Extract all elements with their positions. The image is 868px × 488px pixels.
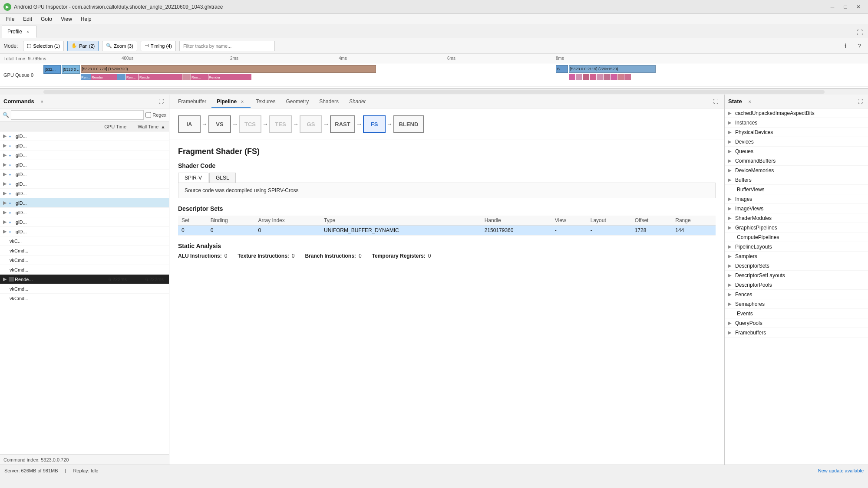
tabstrip-expand-button[interactable]: ⛶ bbox=[853, 27, 866, 38]
mode-timing-button[interactable]: ⊣ Timing (4) bbox=[141, 41, 176, 51]
track-content[interactable]: [532... [5323 0 ... [5323 0 0 770] (1520… bbox=[43, 63, 868, 86]
minimize-button[interactable]: ─ bbox=[826, 3, 838, 11]
tab-geometry[interactable]: Geometry bbox=[281, 96, 314, 108]
state-subitem-computepipelines[interactable]: ComputePipelines bbox=[725, 233, 868, 242]
state-item-13[interactable]: ▶ Samplers bbox=[725, 252, 868, 261]
descriptor-row-0[interactable]: 0 0 0 UNIFORM_BUFFER_DYNAMIC 2150179360 … bbox=[178, 226, 716, 236]
commands-list[interactable]: ▶ ⬧ glD... ▶ ⬧ glD... ▶ ⬧ glD... bbox=[0, 131, 169, 454]
cmd-row-6[interactable]: ▶ ⬧ glD... bbox=[0, 189, 169, 198]
tab-shader[interactable]: Shader bbox=[344, 96, 371, 108]
menu-goto[interactable]: Goto bbox=[36, 15, 56, 23]
state-item-5[interactable]: ▶ CommandBuffers bbox=[725, 156, 868, 166]
cmd-row-7[interactable]: ▶ ⬧ glD... bbox=[0, 198, 169, 208]
state-item-3[interactable]: ▶ Devices bbox=[725, 137, 868, 147]
state-item-15[interactable]: ▶ DescriptorSetLayouts bbox=[725, 271, 868, 280]
track-segment-3b[interactable]: B... bbox=[556, 65, 568, 73]
track-segment-1[interactable]: [5323 0 ... bbox=[62, 65, 80, 74]
cmd-row-vkc3[interactable]: vkCmd... bbox=[0, 265, 169, 275]
regex-checkbox[interactable] bbox=[145, 110, 151, 120]
state-item-7[interactable]: ▶ Buffers bbox=[725, 175, 868, 185]
menu-view[interactable]: View bbox=[56, 15, 76, 23]
cmd-row-0[interactable]: ▶ ⬧ glD... bbox=[0, 131, 169, 141]
tab-shaders[interactable]: Shaders bbox=[314, 96, 344, 108]
menu-edit[interactable]: Edit bbox=[19, 15, 36, 23]
sub-seg-1[interactable]: Render bbox=[91, 74, 117, 80]
cmd-row-5[interactable]: ▶ ⬧ glD... bbox=[0, 179, 169, 189]
info-button[interactable]: ℹ bbox=[840, 41, 851, 51]
tab-pipeline[interactable]: Pipeline × bbox=[211, 96, 251, 108]
cmd-row-9[interactable]: ▶ ⬧ glD... bbox=[0, 217, 169, 227]
sub-seg-0[interactable]: Ren... bbox=[81, 74, 91, 80]
cmd-row-vkc2[interactable]: vkCmd... bbox=[0, 255, 169, 265]
state-item-10[interactable]: ▶ ShaderModules bbox=[725, 213, 868, 223]
state-subitem-bufferviews[interactable]: BufferViews bbox=[725, 185, 868, 194]
cmd-row-render[interactable]: ▶ Rende... 6.222ms 6.222ms bbox=[0, 275, 169, 284]
state-item-8[interactable]: ▶ Images bbox=[725, 194, 868, 204]
cmd-row-vkc5[interactable]: vkCmd... bbox=[0, 294, 169, 303]
maximize-button[interactable]: □ bbox=[839, 3, 851, 11]
track-segment-0[interactable]: [532... bbox=[43, 65, 61, 74]
sub-seg-4[interactable]: Render bbox=[139, 74, 182, 80]
state-item-14[interactable]: ▶ DescriptorSets bbox=[725, 261, 868, 271]
stage-tcs[interactable]: TCS bbox=[239, 115, 261, 133]
profile-tab-close[interactable]: × bbox=[25, 29, 31, 35]
state-item-0[interactable]: ▶ cachedUnpackedImageAspectBits bbox=[725, 108, 868, 118]
profile-tab[interactable]: Profile × bbox=[2, 26, 36, 38]
stage-blend[interactable]: BLEND bbox=[393, 115, 424, 133]
stage-gs[interactable]: GS bbox=[300, 115, 322, 133]
stage-tes[interactable]: TES bbox=[269, 115, 292, 133]
filter-tracks-input[interactable] bbox=[179, 41, 275, 51]
mode-zoom-button[interactable]: 🔍 Zoom (3) bbox=[102, 41, 137, 51]
stage-rast[interactable]: RAST bbox=[330, 115, 355, 133]
state-item-17[interactable]: ▶ Fences bbox=[725, 290, 868, 299]
state-item-6[interactable]: ▶ DeviceMemories bbox=[725, 166, 868, 175]
cmd-row-vkc1[interactable]: vkCmd... bbox=[0, 246, 169, 255]
track-segment-3[interactable]: [5323 0 0 2119] (720x1520) bbox=[569, 65, 656, 73]
help-button[interactable]: ? bbox=[854, 41, 865, 51]
stage-vs[interactable]: VS bbox=[208, 115, 231, 133]
shader-tab-spirv[interactable]: SPIR-V bbox=[178, 173, 208, 183]
menu-help[interactable]: Help bbox=[76, 15, 96, 23]
state-item-16[interactable]: ▶ DescriptorPools bbox=[725, 280, 868, 290]
state-panel-expand[interactable]: ⛶ bbox=[856, 97, 865, 106]
regex-checkbox-label[interactable]: Regex bbox=[145, 110, 166, 120]
cmd-row-vkc4[interactable]: vkCmd... bbox=[0, 284, 169, 294]
shader-tab-glsl[interactable]: GLSL bbox=[209, 173, 236, 183]
sub-seg-2[interactable] bbox=[117, 74, 126, 80]
cmd-row-3[interactable]: ▶ ⬧ glD... bbox=[0, 160, 169, 170]
sub-seg-6[interactable]: Ren... bbox=[191, 74, 208, 80]
state-item-4[interactable]: ▶ Queues bbox=[725, 147, 868, 156]
state-item-19[interactable]: ▶ QueryPools bbox=[725, 318, 868, 328]
tab-textures[interactable]: Textures bbox=[251, 96, 281, 108]
close-button[interactable]: ✕ bbox=[852, 3, 865, 11]
state-item-20[interactable]: ▶ Framebuffers bbox=[725, 328, 868, 337]
gpu-time-col-header[interactable]: GPU Time bbox=[91, 124, 130, 129]
state-item-18[interactable]: ▶ Semaphores bbox=[725, 299, 868, 309]
cmd-row-1[interactable]: ▶ ⬧ glD... bbox=[0, 141, 169, 151]
state-subitem-events[interactable]: Events bbox=[725, 309, 868, 318]
menu-file[interactable]: File bbox=[2, 15, 19, 23]
stage-ia[interactable]: IA bbox=[178, 115, 201, 133]
cmd-row-4[interactable]: ▶ ⬧ glD... bbox=[0, 170, 169, 179]
state-item-12[interactable]: ▶ PipelineLayouts bbox=[725, 242, 868, 252]
commands-panel-close[interactable]: × bbox=[39, 98, 46, 105]
commands-search-input[interactable] bbox=[11, 110, 144, 120]
mode-selection-button[interactable]: ⬚ Selection (1) bbox=[23, 41, 64, 51]
cmd-row-vkc0[interactable]: vkC... bbox=[0, 236, 169, 246]
sub-seg-5[interactable] bbox=[182, 74, 191, 80]
sub-seg-3[interactable]: Ren... bbox=[126, 74, 139, 80]
tab-pipeline-close[interactable]: × bbox=[239, 98, 245, 105]
tab-framebuffer[interactable]: Framebuffer bbox=[173, 96, 211, 108]
cmd-row-2[interactable]: ▶ ⬧ glD... bbox=[0, 151, 169, 160]
state-panel-close[interactable]: × bbox=[746, 98, 753, 105]
state-item-11[interactable]: ▶ GraphicsPipelines bbox=[725, 223, 868, 233]
cmd-row-8[interactable]: ▶ ⬧ glD... bbox=[0, 208, 169, 217]
stage-fs[interactable]: FS bbox=[363, 115, 386, 133]
cmd-row-10[interactable]: ▶ ⬧ glD... bbox=[0, 227, 169, 236]
track-segment-2[interactable]: [5323 0 0 770] (1520x720) bbox=[81, 65, 376, 73]
timeline-scroll-track[interactable] bbox=[43, 90, 825, 94]
update-link[interactable]: New update available bbox=[818, 468, 864, 473]
center-expand-button[interactable]: ⛶ bbox=[710, 96, 721, 107]
commands-panel-expand[interactable]: ⛶ bbox=[157, 97, 165, 106]
state-list[interactable]: ▶ cachedUnpackedImageAspectBits ▶ Instan… bbox=[725, 108, 868, 465]
